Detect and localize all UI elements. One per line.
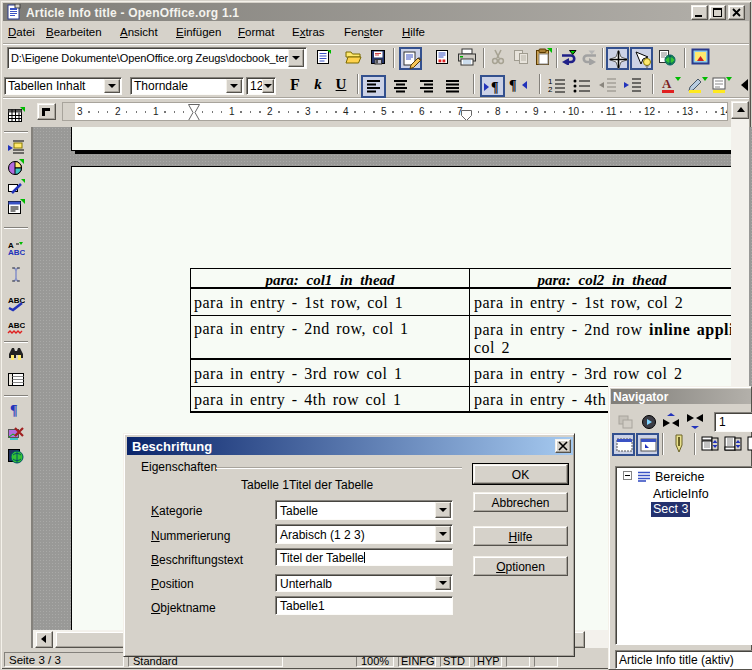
- svg-text:¶: ¶: [10, 403, 18, 418]
- svg-text:ABC: ABC: [8, 321, 25, 330]
- svg-text:2: 2: [548, 85, 553, 94]
- svg-text:¶: ¶: [491, 80, 499, 95]
- svg-text:A: A: [662, 76, 672, 91]
- svg-text:¶: ¶: [509, 78, 517, 93]
- svg-text:ABC: ABC: [8, 248, 25, 256]
